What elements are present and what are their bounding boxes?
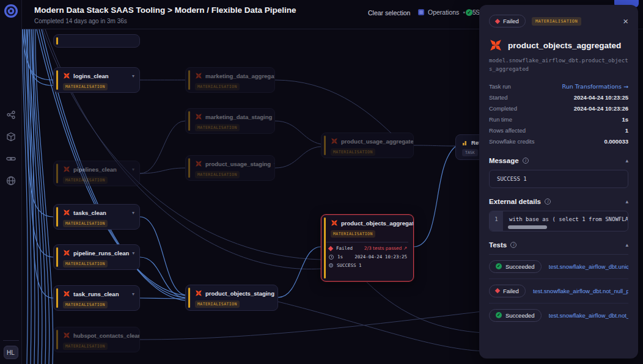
test-link[interactable]: test.snowflake_airflow_dbt.not_null_pr (533, 288, 628, 294)
task-chip: TASK (462, 149, 478, 156)
dbt-icon (63, 290, 70, 297)
node-product-objects-aggregated-selected[interactable]: product_objects_aggregated ▴ MATERIALISA… (321, 214, 414, 282)
node-logins-clean[interactable]: logins_clean ▾ MATERIALISATION (53, 67, 140, 93)
line-number: 1 (490, 211, 503, 231)
external-details-section-title: External details (489, 198, 541, 205)
horizontal-scrollbar[interactable] (508, 225, 547, 229)
node-product-objects-staging[interactable]: product_objects_staging ▾ MATERIALISATIO… (185, 285, 278, 311)
node-product-usage-staging[interactable]: product_usage_staging ▾ MATERIALISATION (185, 155, 275, 181)
globe-icon[interactable] (6, 176, 16, 186)
dbt-icon (195, 113, 202, 120)
panel-title: product_objects_aggregated (508, 41, 621, 50)
dbt-icon (63, 249, 70, 257)
dbt-icon (489, 38, 502, 52)
chevron-down-icon[interactable]: ▾ (132, 250, 134, 256)
chevron-down-icon[interactable]: ▾ (277, 291, 278, 296)
message-section-title: Message (489, 157, 519, 164)
test-link[interactable]: test.snowflake_airflow_dbt.unique_pro (549, 263, 628, 270)
test-row: ✓Succeeded test.snowflake_airflow_dbt.un… (489, 255, 628, 279)
collapse-icon[interactable]: ▲ (625, 158, 628, 162)
left-sidebar: HL (0, 0, 22, 364)
detail-rows: Task runRun Transformations → Started202… (489, 81, 628, 147)
type-badge: MATERIALISATION (532, 17, 581, 26)
chevron-down-icon[interactable]: ▾ (274, 161, 275, 167)
node-pipelines-clean[interactable]: pipelines_clean ▾ MATERIALISATION (53, 161, 140, 186)
tests-list: ✓Succeeded test.snowflake_airflow_dbt.un… (489, 255, 628, 327)
collapse-icon[interactable]: ▲ (625, 199, 628, 203)
failed-diamond-icon (495, 18, 500, 23)
info-icon: i (545, 198, 551, 205)
task-run-link[interactable]: Run Transformations → (562, 83, 628, 90)
info-icon: i (510, 242, 516, 248)
test-row: Failed test.snowflake_airflow_dbt.not_nu… (489, 279, 628, 304)
node-pipeline-runs-clean[interactable]: pipeline_runs_clean ▾ MATERIALISATION (53, 244, 140, 270)
dbt-icon (63, 166, 70, 173)
dbt-icon (331, 137, 338, 145)
tests-section-title: Tests (489, 241, 507, 249)
link-icon[interactable] (6, 154, 16, 164)
succeeded-check-icon: ✓ (496, 312, 502, 318)
dbt-icon (195, 72, 202, 79)
task-icon (462, 140, 468, 146)
node-tasks-clean[interactable]: tasks_clean ▾ MATERIALISATION (53, 204, 140, 230)
external-details-box: 1 with base as ( select 1 from SNOWFLAKE (489, 211, 628, 231)
test-status-pill: ✓Succeeded (489, 260, 542, 273)
sidebar-divider (3, 340, 19, 341)
node-partial-top[interactable] (53, 34, 140, 48)
failed-diamond-icon (495, 288, 500, 293)
chevron-down-icon[interactable]: ▾ (132, 291, 134, 297)
node-hubspot-contacts-clean[interactable]: hubspot_contacts_clean ▾ MATERIALISATION (53, 327, 140, 352)
chevron-down-icon[interactable]: ▾ (132, 73, 134, 79)
succeeded-check-icon: ✓ (496, 263, 502, 269)
dbt-icon (195, 160, 202, 167)
node-label: logins_clean (73, 73, 109, 79)
clock-icon (329, 255, 334, 260)
operations-icon (418, 9, 424, 15)
status-dot-icon (329, 263, 333, 268)
run-status-subtitle: Completed 14 days ago in 3m 36s (34, 18, 127, 24)
message-box: SUCCESS 1 (489, 170, 628, 188)
test-row: ✓Succeeded test.snowflake_airflow_dbt.no… (489, 304, 628, 327)
tests-summary-link[interactable]: 2/3 tests passed ↗ (364, 246, 407, 251)
chevron-down-icon[interactable]: ▾ (132, 210, 134, 216)
node-status-stripe (56, 37, 58, 45)
close-icon[interactable]: × (623, 16, 628, 26)
clear-selection-button[interactable]: Clear selection (368, 9, 410, 16)
user-avatar[interactable]: HL (4, 346, 18, 359)
collapse-icon[interactable]: ▲ (625, 242, 628, 247)
dbt-icon (195, 289, 202, 297)
node-marketing-data-aggregated[interactable]: marketing_data_aggregated ▾ MATERIALISAT… (185, 67, 275, 93)
failed-diamond-icon (328, 246, 333, 250)
test-status-pill: ✓Succeeded (489, 309, 542, 322)
node-marketing-data-staging[interactable]: marketing_data_staging ▾ MATERIALISATION (185, 108, 275, 134)
info-icon: i (523, 158, 529, 164)
dbt-icon (63, 332, 70, 339)
sql-code[interactable]: with base as ( select 1 from SNOWFLAKE (503, 211, 628, 231)
test-status-pill: Failed (489, 285, 526, 297)
succeeded-check-icon: ✓ (466, 9, 472, 16)
dbt-icon (63, 72, 70, 79)
status-pill-failed: Failed (489, 15, 526, 27)
cube-icon[interactable] (6, 132, 16, 142)
model-path: model.snowflake_airflow_dbt.product_obje… (489, 57, 628, 74)
page-title: Modern Data Stack SAAS Tooling > Modern … (34, 5, 296, 15)
chevron-down-icon[interactable]: ▾ (132, 167, 134, 172)
dbt-icon (63, 209, 70, 216)
app-logo-icon[interactable] (4, 4, 18, 18)
lineage-graph-icon[interactable] (6, 110, 16, 120)
node-task-runs-clean[interactable]: task_runs_clean ▾ MATERIALISATION (53, 285, 140, 311)
node-product-usage-aggregated[interactable]: product_usage_aggregated ▾ MATERIALISATI… (321, 133, 414, 158)
node-detail-panel: Failed MATERIALISATION × product_objects… (479, 5, 638, 359)
test-link[interactable]: test.snowflake_airflow_dbt.not_null_pr (549, 312, 628, 319)
dbt-icon (331, 219, 338, 227)
materialisation-badge: MATERIALISATION (63, 83, 108, 90)
